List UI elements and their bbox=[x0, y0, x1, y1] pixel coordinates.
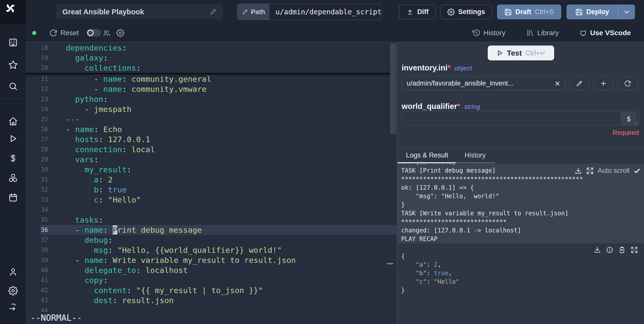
sidebar-item-logout[interactable] bbox=[8, 302, 18, 312]
code-line-24[interactable]: 24 - jmespath bbox=[26, 104, 397, 114]
resize-grip-icon[interactable] bbox=[635, 121, 638, 125]
code-line-38[interactable]: 38 msg: "Hello, {{world_qualifier}} worl… bbox=[26, 245, 397, 255]
code-line-30[interactable]: 30 my_result: bbox=[26, 165, 397, 175]
deploy-button[interactable]: Deploy bbox=[566, 5, 635, 19]
expand-result-icon[interactable] bbox=[631, 246, 638, 254]
active-tab-indicator bbox=[398, 162, 456, 163]
code-line-34[interactable]: 34 bbox=[26, 205, 397, 215]
code-line-19[interactable]: 19 galaxy: bbox=[26, 53, 397, 63]
editor-settings-button[interactable] bbox=[116, 24, 124, 42]
logs-output[interactable]: ok: [127.0.0.1]TASK [Print debug message… bbox=[398, 164, 644, 243]
sidebar-item-person[interactable] bbox=[8, 267, 18, 277]
code-line-39[interactable]: 39 - name: Write variable my_result to r… bbox=[26, 255, 397, 265]
sidebar-item-dollar[interactable] bbox=[8, 153, 18, 163]
line-content: connection: local bbox=[66, 144, 155, 154]
sidebar-item-star[interactable] bbox=[8, 60, 18, 69]
code-editor[interactable]: 21 - name: community.general22 - name: c… bbox=[26, 42, 397, 324]
copy-result-icon[interactable] bbox=[618, 246, 626, 254]
line-number: 36 bbox=[26, 225, 48, 235]
refresh-resource-button[interactable] bbox=[618, 76, 638, 91]
test-button[interactable]: Test Ctrl+↵ bbox=[488, 46, 554, 60]
sidebar-item-search[interactable] bbox=[8, 82, 18, 91]
sidebar-item-gear[interactable] bbox=[8, 286, 18, 296]
code-line-28[interactable]: 28 connection: local bbox=[26, 144, 397, 154]
variable-picker-button[interactable]: $ bbox=[621, 112, 637, 125]
save-icon bbox=[504, 8, 512, 16]
history-button[interactable]: History bbox=[472, 24, 505, 42]
building-icon bbox=[8, 38, 18, 47]
result-line: { bbox=[401, 252, 459, 260]
diff-mode-toggle[interactable] bbox=[86, 29, 101, 37]
field-type: object bbox=[454, 64, 472, 72]
code-line-22[interactable]: 22 - name: community.vmware bbox=[26, 84, 397, 94]
code-line-43[interactable]: 43 dest: result.json bbox=[26, 295, 397, 305]
logs-controls: Auto scroll bbox=[575, 167, 640, 175]
collaborators-button[interactable] bbox=[103, 24, 111, 42]
editor-scrollbar[interactable] bbox=[390, 43, 396, 134]
log-line: ok: [127.0.0.1] => { bbox=[401, 183, 583, 192]
app: { "topbar": { "avatar_letter": "A", "tit… bbox=[0, 0, 644, 324]
world-field-label: world_qualifier*string bbox=[402, 102, 480, 111]
sidebar-item-building[interactable] bbox=[8, 38, 18, 47]
code-line-32[interactable]: 32 b: true bbox=[26, 185, 397, 195]
code-line-37[interactable]: 37 debug: bbox=[26, 235, 397, 245]
splitter-handle[interactable] bbox=[387, 263, 393, 264]
use-vscode-button[interactable]: Use VScode bbox=[579, 24, 631, 42]
log-line: ***************************** bbox=[401, 218, 583, 226]
code-line-41[interactable]: 41 copy: bbox=[26, 275, 397, 285]
code-line-36[interactable]: 36 - name: Print debug message bbox=[26, 225, 397, 235]
reset-button[interactable]: Reset bbox=[49, 24, 79, 42]
code-line-26[interactable]: 26- name: Echo bbox=[26, 124, 397, 134]
expand-logs-icon[interactable] bbox=[586, 167, 594, 175]
field-name: inventory.ini bbox=[402, 63, 447, 72]
diff-button[interactable]: Diff bbox=[399, 5, 436, 19]
tab-scrollbar[interactable] bbox=[456, 162, 495, 163]
code-line-21[interactable]: 21 - name: community.general bbox=[26, 74, 397, 84]
sidebar-item-calendar[interactable] bbox=[8, 193, 18, 202]
workspace-logo[interactable] bbox=[0, 0, 26, 24]
path-value: u/admin/dependable_script bbox=[270, 4, 382, 20]
code-line-18[interactable]: 18dependencies: bbox=[26, 43, 397, 53]
code-line-27[interactable]: 27 hosts: 127.0.0.1 bbox=[26, 134, 397, 144]
library-button[interactable]: Library bbox=[526, 24, 559, 42]
play-icon bbox=[8, 134, 18, 143]
code-line-25[interactable]: 25--- bbox=[26, 114, 397, 124]
world-qualifier-input[interactable]: $ bbox=[402, 111, 639, 126]
code-line-33[interactable]: 33 c: "Hello" bbox=[26, 195, 397, 205]
code-line-42[interactable]: 42 content: "{{ my_result | to_json }}" bbox=[26, 285, 397, 295]
line-number: 34 bbox=[26, 205, 48, 215]
dollar-label: $ bbox=[626, 114, 631, 123]
pencil-icon bbox=[576, 80, 583, 87]
script-title-input[interactable]: Great Ansible Playbook bbox=[56, 4, 222, 19]
sidebar-item-home[interactable] bbox=[8, 116, 18, 126]
result-viewer[interactable]: { "a": 2, "b": true, "c": "Hello"} bbox=[398, 243, 644, 324]
code-line-20[interactable]: 20 collections: bbox=[26, 63, 397, 73]
draft-button[interactable]: Draft Ctrl+S bbox=[497, 5, 561, 19]
edit-title-pencil-icon[interactable] bbox=[209, 8, 217, 16]
code-line-35[interactable]: 35 tasks: bbox=[26, 215, 397, 225]
path-button[interactable]: Path u/admin/dependable_script bbox=[237, 4, 382, 20]
code-line-31[interactable]: 31 a: 2 bbox=[26, 175, 397, 185]
edit-resource-button[interactable] bbox=[569, 76, 589, 91]
field-name: world_qualifier bbox=[402, 102, 457, 111]
sidebar-item-play[interactable] bbox=[8, 134, 18, 143]
download-logs-icon[interactable] bbox=[575, 167, 582, 175]
download-result-icon[interactable] bbox=[594, 246, 601, 254]
clear-icon[interactable] bbox=[554, 80, 561, 87]
info-icon[interactable] bbox=[606, 246, 613, 254]
sidebar-item-cubes[interactable] bbox=[8, 173, 18, 183]
add-resource-button[interactable] bbox=[593, 76, 614, 91]
settings-button[interactable]: Settings bbox=[440, 5, 492, 19]
tab-logs-result[interactable]: Logs & Result bbox=[406, 148, 448, 162]
deploy-more-button[interactable] bbox=[618, 9, 635, 16]
result-line: "b": true, bbox=[401, 269, 459, 277]
code-line-29[interactable]: 29 vars: bbox=[26, 154, 397, 165]
panel-splitter[interactable] bbox=[397, 42, 398, 324]
code-line-23[interactable]: 23 python: bbox=[26, 94, 397, 104]
inventory-resource-input[interactable]: u/admin/favorable_ansible_invent... bbox=[402, 76, 565, 91]
code-line-40[interactable]: 40 delegate_to: localhost bbox=[26, 265, 397, 275]
tab-history[interactable]: History bbox=[465, 148, 486, 162]
autoscroll-check-icon[interactable] bbox=[633, 167, 640, 174]
sticky-scroll[interactable]: 18dependencies:19 galaxy:20 collections: bbox=[26, 42, 397, 74]
chevron-down-icon bbox=[623, 9, 630, 16]
